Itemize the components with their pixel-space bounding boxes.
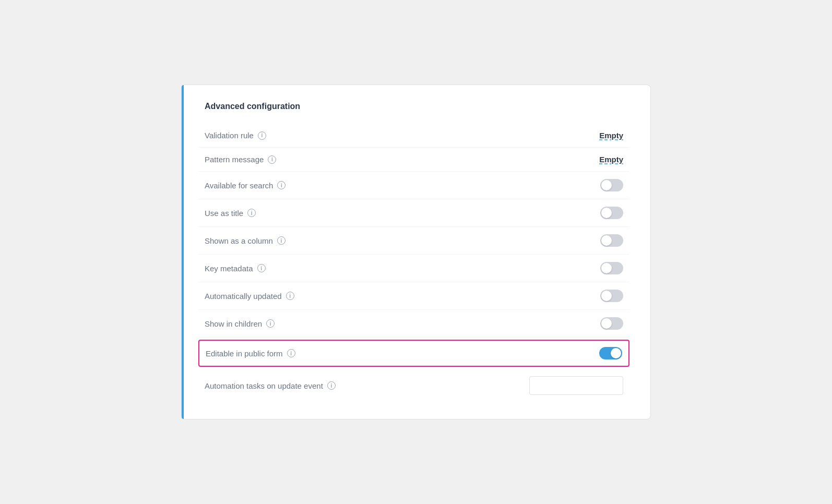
use-as-title-toggle[interactable] <box>600 207 623 219</box>
config-row-pattern-message: Pattern messageiEmpty <box>198 148 629 172</box>
editable-in-public-form-toggle[interactable] <box>599 347 622 359</box>
available-for-search-label: Available for searchi <box>205 181 286 190</box>
use-as-title-label-text: Use as title <box>205 209 243 218</box>
editable-in-public-form-label: Editable in public formi <box>206 349 295 358</box>
left-accent-border <box>182 85 184 419</box>
config-row-key-metadata: Key metadatai <box>198 255 629 282</box>
shown-as-column-label: Shown as a columni <box>205 236 286 245</box>
pattern-message-value: Empty <box>599 155 623 164</box>
automatically-updated-label-text: Automatically updated <box>205 292 282 301</box>
automatically-updated-toggle[interactable] <box>600 290 623 302</box>
config-row-validation-rule: Validation ruleiEmpty <box>198 124 629 148</box>
validation-rule-empty-value[interactable]: Empty <box>599 131 623 140</box>
shown-as-column-info-icon[interactable]: i <box>277 236 286 245</box>
advanced-config-panel: Advanced configuration Validation ruleiE… <box>181 85 651 419</box>
automation-tasks-value <box>529 376 623 395</box>
pattern-message-empty-value[interactable]: Empty <box>599 155 623 164</box>
shown-as-column-toggle[interactable] <box>600 234 623 247</box>
automation-tasks-input[interactable] <box>529 376 623 395</box>
shown-as-column-label-text: Shown as a column <box>205 236 273 245</box>
editable-in-public-form-info-icon[interactable]: i <box>287 349 295 357</box>
automatically-updated-value <box>600 290 623 302</box>
automation-tasks-label-text: Automation tasks on update event <box>205 381 323 390</box>
automatically-updated-label: Automatically updatedi <box>205 292 294 301</box>
config-row-use-as-title: Use as titlei <box>198 199 629 227</box>
config-row-automation-tasks: Automation tasks on update eventi <box>198 369 629 402</box>
pattern-message-label: Pattern messagei <box>205 155 276 164</box>
validation-rule-info-icon[interactable]: i <box>258 131 266 140</box>
config-row-automatically-updated: Automatically updatedi <box>198 282 629 310</box>
pattern-message-info-icon[interactable]: i <box>268 155 276 164</box>
show-in-children-info-icon[interactable]: i <box>266 319 275 328</box>
key-metadata-info-icon[interactable]: i <box>257 264 266 272</box>
config-row-editable-in-public-form: Editable in public formi <box>198 340 629 367</box>
automatically-updated-info-icon[interactable]: i <box>286 292 294 300</box>
available-for-search-value <box>600 179 623 191</box>
available-for-search-label-text: Available for search <box>205 181 273 190</box>
available-for-search-toggle[interactable] <box>600 179 623 191</box>
key-metadata-label: Key metadatai <box>205 264 266 273</box>
config-row-shown-as-column: Shown as a columni <box>198 227 629 255</box>
automation-tasks-info-icon[interactable]: i <box>327 381 336 390</box>
show-in-children-label: Show in childreni <box>205 319 275 328</box>
config-rows: Validation ruleiEmptyPattern messageiEmp… <box>198 124 629 402</box>
validation-rule-label-text: Validation rule <box>205 131 254 140</box>
panel-title: Advanced configuration <box>205 102 629 111</box>
config-row-show-in-children: Show in childreni <box>198 310 629 338</box>
config-row-available-for-search: Available for searchi <box>198 172 629 199</box>
editable-in-public-form-label-text: Editable in public form <box>206 349 283 358</box>
validation-rule-value: Empty <box>599 131 623 140</box>
use-as-title-label: Use as titlei <box>205 209 256 218</box>
key-metadata-value <box>600 262 623 274</box>
show-in-children-toggle[interactable] <box>600 317 623 330</box>
validation-rule-label: Validation rulei <box>205 131 266 140</box>
use-as-title-info-icon[interactable]: i <box>247 209 256 217</box>
show-in-children-label-text: Show in children <box>205 319 262 328</box>
shown-as-column-value <box>600 234 623 247</box>
use-as-title-value <box>600 207 623 219</box>
editable-in-public-form-value <box>599 347 622 359</box>
show-in-children-value <box>600 317 623 330</box>
key-metadata-toggle[interactable] <box>600 262 623 274</box>
automation-tasks-label: Automation tasks on update eventi <box>205 381 336 390</box>
pattern-message-label-text: Pattern message <box>205 155 264 164</box>
key-metadata-label-text: Key metadata <box>205 264 253 273</box>
available-for-search-info-icon[interactable]: i <box>277 181 286 189</box>
